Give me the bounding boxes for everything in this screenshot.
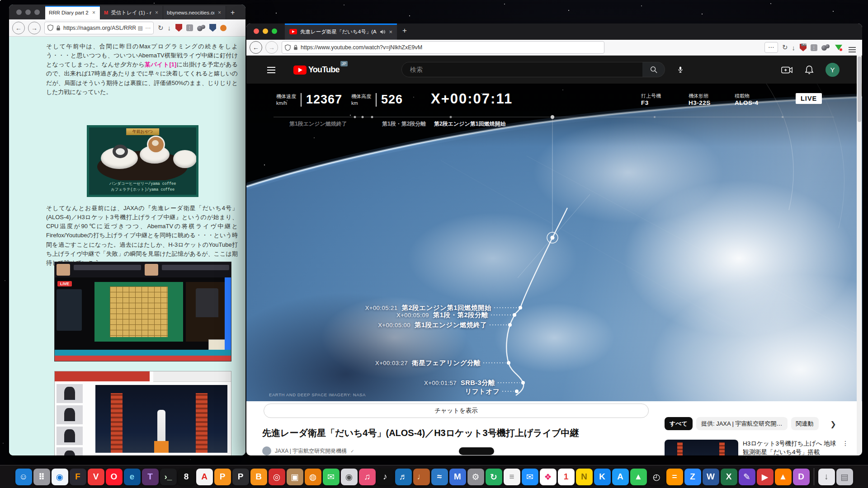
menu-icon[interactable]	[849, 47, 856, 48]
dock-calculator[interactable]: =	[666, 469, 683, 485]
tab-audio-icon[interactable]	[380, 29, 386, 34]
dock-blender[interactable]: ◍	[305, 469, 321, 485]
chips-more-icon[interactable]: ❯	[828, 418, 839, 429]
tab-close-icon[interactable]: ×	[389, 28, 392, 35]
forward-button[interactable]: →	[265, 41, 278, 54]
dock-firefox[interactable]: F	[70, 469, 86, 485]
dock-bitcoin[interactable]: B	[250, 469, 267, 485]
ghostery-icon[interactable]	[821, 44, 830, 51]
reload-icon[interactable]: ↻	[158, 24, 164, 32]
ublock-icon[interactable]	[175, 24, 182, 32]
page-actions-icon[interactable]: ⋯	[145, 25, 151, 31]
dock-clock[interactable]: ◴	[648, 469, 665, 485]
chip-1[interactable]: 提供: JAXA | 宇宙航空研究開…	[696, 417, 788, 430]
new-tab-button[interactable]: +	[402, 26, 407, 35]
dock-textedit[interactable]: ≡	[504, 469, 520, 485]
subscribe-button[interactable]	[459, 447, 494, 455]
chip-2[interactable]: 関連動	[791, 417, 819, 430]
dock-dictionary[interactable]: D	[793, 469, 810, 485]
dock-cd-player[interactable]: ◉	[341, 469, 358, 485]
dock-terminal[interactable]: ›_	[160, 469, 177, 485]
tab-2[interactable]: bbynews.neocities.or×	[163, 6, 226, 19]
suggested-video[interactable]: H3ロケット3号機打ち上げへ 地球観測衛星「だいち4号」搭載 ⋮	[665, 440, 850, 455]
extension-icon[interactable]: ⋮	[811, 44, 817, 51]
youtube-logo[interactable]: YouTube JP	[293, 65, 340, 75]
tab-youtube[interactable]: 先進レーダ衛星「だいち4号」(A ×	[285, 23, 397, 40]
dock-piano[interactable]: ♪	[377, 469, 394, 485]
dock-calendar[interactable]: 1	[558, 469, 575, 485]
back-button[interactable]: ←	[12, 22, 25, 34]
guide-menu-icon[interactable]	[267, 67, 275, 68]
dock-word[interactable]: W	[703, 469, 719, 485]
dock-quicktime[interactable]: ▶	[757, 469, 774, 485]
dock-launchpad[interactable]: ⠿	[33, 469, 50, 485]
dock-settings[interactable]: ⚙	[467, 469, 484, 485]
dock-messages[interactable]: ✉	[323, 469, 340, 485]
download-icon[interactable]: ↓	[168, 24, 171, 32]
new-tab-button[interactable]: +	[226, 6, 239, 19]
reload-icon[interactable]: ↻	[782, 43, 788, 52]
dock-maps[interactable]: ▲	[630, 469, 647, 485]
channel-avatar[interactable]	[262, 446, 271, 455]
channel-name[interactable]: JAXA | 宇宙航空研究開発機構	[275, 447, 347, 455]
dock-garageband[interactable]: ♩	[413, 469, 430, 485]
download-icon[interactable]: ↓	[792, 44, 796, 52]
avatar[interactable]: Y	[826, 63, 840, 77]
dock-target[interactable]: ◎	[269, 469, 285, 485]
suggested-title[interactable]: H3ロケット3号機打ち上げへ 地球観測衛星「だいち4号」搭載	[743, 440, 838, 455]
diary-link[interactable]: 某バイト[1]	[145, 61, 176, 68]
voice-search-button[interactable]	[672, 61, 689, 78]
channel-row[interactable]: JAXA | 宇宙航空研究開発機構 ✓	[262, 446, 354, 455]
suggested-menu-icon[interactable]: ⋮	[842, 440, 849, 455]
tab-0[interactable]: RRR Diary part 2×	[45, 6, 100, 19]
scrollbar-thumb[interactable]	[858, 56, 861, 122]
dock-audio-wave[interactable]: ≈	[431, 469, 448, 485]
dock-downloads[interactable]: ↓	[818, 469, 835, 485]
create-video-icon[interactable]	[781, 66, 793, 75]
dock-keynote[interactable]: K	[594, 469, 611, 485]
chip-0[interactable]: すべて	[665, 417, 693, 430]
url-bar[interactable]: https://www.youtube.com/watch?v=jNlkhZxE…	[282, 41, 604, 54]
search-input[interactable]	[409, 66, 628, 74]
dock-preview[interactable]: P	[232, 469, 249, 485]
dock-trash[interactable]: ▤	[836, 469, 853, 485]
dock-vlc[interactable]: ▲	[775, 469, 792, 485]
dock-tor-browser[interactable]: T	[142, 469, 159, 485]
suggested-thumbnail[interactable]	[665, 440, 738, 455]
scrollbar[interactable]	[857, 55, 862, 455]
extension-icon[interactable]: ⋮	[186, 24, 193, 31]
tab-close-icon[interactable]: ×	[91, 9, 96, 16]
privacy-shield-icon[interactable]	[209, 24, 216, 32]
ublock-icon[interactable]: 169	[800, 44, 807, 52]
search-button[interactable]	[642, 62, 665, 77]
tab-close-icon[interactable]: ×	[154, 9, 159, 16]
ghostery-icon[interactable]	[197, 25, 205, 31]
notifications-bell-icon[interactable]	[805, 65, 814, 75]
dock-edge[interactable]: e	[124, 469, 141, 485]
dock-mail[interactable]: ✉	[522, 469, 538, 485]
dock-sketch[interactable]: ✎	[739, 469, 755, 485]
tab-1[interactable]: M受信トレイ (1) - na×	[100, 6, 163, 19]
paw-extension-icon[interactable]	[220, 25, 226, 31]
search-box[interactable]	[401, 62, 643, 77]
dock-safari[interactable]: ◉	[52, 469, 68, 485]
dock-vivaldi[interactable]: V	[88, 469, 104, 485]
dock-excel[interactable]: X	[721, 469, 737, 485]
forward-button[interactable]: →	[28, 22, 41, 34]
dock-notes[interactable]: N	[576, 469, 593, 485]
tab-close-icon[interactable]: ×	[217, 9, 222, 16]
dock-box[interactable]: ▣	[287, 469, 303, 485]
dock-acrobat[interactable]: A	[196, 469, 213, 485]
dock-music[interactable]: ♫	[359, 469, 376, 485]
dock-zoom[interactable]: Z	[684, 469, 701, 485]
reader-view-icon[interactable]: ▤	[138, 25, 143, 31]
dock-sync[interactable]: ↻	[486, 469, 502, 485]
video-player[interactable]: 機体速度km/h 12367 機体高度km 526 X+00:07:11 打上号…	[246, 84, 862, 401]
back-button[interactable]: ←	[250, 41, 262, 54]
video-download-icon[interactable]	[835, 45, 842, 50]
page-actions-icon[interactable]: ⋯	[764, 42, 778, 53]
dock-pages[interactable]: P	[214, 469, 231, 485]
url-bar[interactable]: https://nagasm.org/ASL/RRRD ▤ ⋯	[44, 22, 154, 34]
window-controls[interactable]	[16, 9, 40, 15]
right-titlebar[interactable]: 先進レーダ衛星「だいち4号」(A × +	[246, 23, 862, 40]
